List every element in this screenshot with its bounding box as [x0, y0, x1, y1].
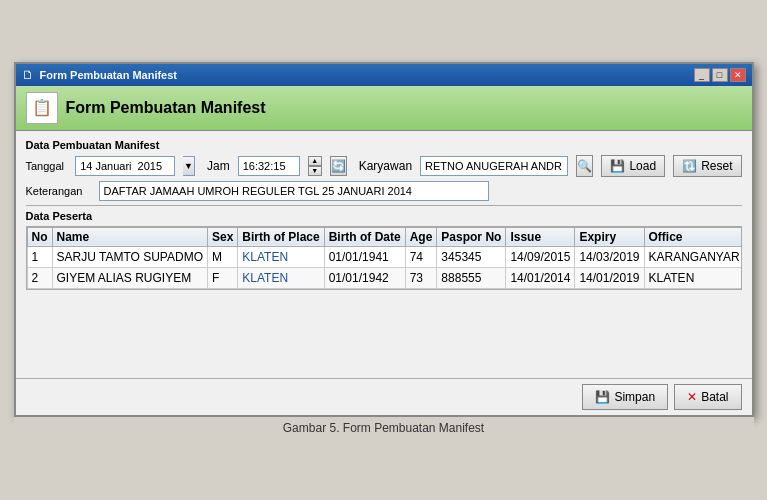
cell-name: SARJU TAMTO SUPADMO	[52, 246, 207, 267]
maximize-button[interactable]: □	[712, 68, 728, 82]
cell-sex: M	[207, 246, 237, 267]
jam-label: Jam	[207, 159, 230, 173]
cell-paspor: 345345	[437, 246, 506, 267]
reset-icon: 🔃	[682, 159, 697, 173]
col-age: Age	[405, 227, 437, 246]
col-birth-date: Birth of Date	[324, 227, 405, 246]
data-pembuatan-label: Data Pembuatan Manifest	[26, 139, 742, 151]
col-expiry: Expiry	[575, 227, 644, 246]
karyawan-search-btn[interactable]: 🔍	[576, 155, 593, 177]
tanggal-row: Tanggal ▼ Jam ▲ ▼ 🔄 Karyawan 🔍 💾 Load	[26, 155, 742, 177]
karyawan-input[interactable]	[420, 156, 568, 176]
form-icon: 📋	[26, 92, 58, 124]
cell-no: 1	[27, 246, 52, 267]
section-divider	[26, 205, 742, 206]
caption-text: Gambar 5. Form Pembuatan Manifest	[283, 421, 484, 435]
jam-spin-up[interactable]: ▲	[308, 156, 322, 166]
cell-birth-place: KLATEN	[238, 267, 324, 288]
keterangan-row: Keterangan	[26, 181, 742, 201]
col-office: Office	[644, 227, 742, 246]
caption-bar: Gambar 5. Form Pembuatan Manifest	[14, 417, 754, 439]
table-row: 2 GIYEM ALIAS RUGIYEM F KLATEN 01/01/194…	[27, 267, 742, 288]
simpan-button[interactable]: 💾 Simpan	[582, 384, 668, 410]
main-window: 🗋 Form Pembuatan Manifest _ □ ✕ 📋 Form P…	[14, 62, 754, 417]
refresh-btn[interactable]: 🔄	[330, 156, 347, 176]
load-icon: 💾	[610, 159, 625, 173]
title-bar-buttons: _ □ ✕	[694, 68, 746, 82]
header-bar: 📋 Form Pembuatan Manifest	[16, 86, 752, 131]
tanggal-dropdown-btn[interactable]: ▼	[183, 156, 195, 176]
data-peserta-label: Data Peserta	[26, 210, 742, 222]
window-icon: 🗋	[22, 68, 34, 82]
jam-spin-down[interactable]: ▼	[308, 166, 322, 176]
header-title: Form Pembuatan Manifest	[66, 99, 266, 117]
empty-area	[26, 290, 742, 370]
karyawan-label: Karyawan	[359, 159, 412, 173]
data-table: No Name Sex Birth of Place Birth of Date…	[27, 227, 742, 289]
cell-no: 2	[27, 267, 52, 288]
col-birth-place: Birth of Place	[238, 227, 324, 246]
cell-paspor: 888555	[437, 267, 506, 288]
col-paspor: Paspor No	[437, 227, 506, 246]
col-name: Name	[52, 227, 207, 246]
keterangan-input[interactable]	[99, 181, 489, 201]
bottom-bar: 💾 Simpan ✕ Batal	[16, 378, 752, 415]
cell-birth-date: 01/01/1942	[324, 267, 405, 288]
batal-button[interactable]: ✕ Batal	[674, 384, 741, 410]
cell-sex: F	[207, 267, 237, 288]
form-body: Data Pembuatan Manifest Tanggal ▼ Jam ▲ …	[16, 131, 752, 378]
title-bar: 🗋 Form Pembuatan Manifest _ □ ✕	[16, 64, 752, 86]
simpan-icon: 💾	[595, 390, 610, 404]
col-no: No	[27, 227, 52, 246]
cell-age: 73	[405, 267, 437, 288]
table-header-row: No Name Sex Birth of Place Birth of Date…	[27, 227, 742, 246]
cell-age: 74	[405, 246, 437, 267]
col-sex: Sex	[207, 227, 237, 246]
batal-icon: ✕	[687, 390, 697, 404]
cell-office: KLATEN	[644, 267, 742, 288]
jam-input[interactable]	[238, 156, 300, 176]
window-title: Form Pembuatan Manifest	[40, 69, 178, 81]
cell-office: KARANGANYAR	[644, 246, 742, 267]
cell-issue: 14/09/2015	[506, 246, 575, 267]
cell-name: GIYEM ALIAS RUGIYEM	[52, 267, 207, 288]
table-wrapper[interactable]: No Name Sex Birth of Place Birth of Date…	[26, 226, 742, 290]
keterangan-label: Keterangan	[26, 185, 91, 197]
tanggal-label: Tanggal	[26, 160, 68, 172]
tanggal-input[interactable]	[75, 156, 175, 176]
cell-issue: 14/01/2014	[506, 267, 575, 288]
reset-button[interactable]: 🔃 Reset	[673, 155, 741, 177]
close-button[interactable]: ✕	[730, 68, 746, 82]
minimize-button[interactable]: _	[694, 68, 710, 82]
cell-expiry: 14/03/2019	[575, 246, 644, 267]
cell-birth-date: 01/01/1941	[324, 246, 405, 267]
cell-expiry: 14/01/2019	[575, 267, 644, 288]
table-section: Data Peserta No Name Sex Birth of Place …	[26, 210, 742, 290]
col-issue: Issue	[506, 227, 575, 246]
jam-spinner: ▲ ▼	[308, 156, 322, 176]
cell-birth-place: KLATEN	[238, 246, 324, 267]
load-button[interactable]: 💾 Load	[601, 155, 665, 177]
table-row: 1 SARJU TAMTO SUPADMO M KLATEN 01/01/194…	[27, 246, 742, 267]
